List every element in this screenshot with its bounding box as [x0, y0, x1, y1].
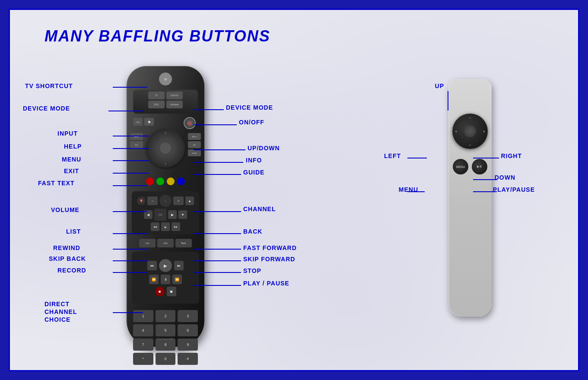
extra-3[interactable]: ▶▶: [172, 222, 180, 231]
wheel-center-btn[interactable]: [464, 125, 476, 137]
tv-button[interactable]: TV: [148, 92, 165, 99]
num-4[interactable]: 4: [133, 324, 153, 336]
label-list: LIST: [66, 228, 81, 235]
apple-menu-btn[interactable]: MENU: [453, 159, 468, 174]
apple-remote: ▲ ▼ ◀ ▶ MENU ▶⏸: [448, 79, 492, 317]
dvd-button[interactable]: DVD: [148, 101, 165, 108]
connector-play-pause: [194, 285, 241, 286]
connector-on-off: [194, 124, 237, 125]
num-6[interactable]: 6: [178, 324, 198, 336]
connector-skip-back: [113, 260, 147, 261]
green-button[interactable]: [156, 177, 164, 185]
play-btn[interactable]: ▶: [159, 259, 172, 272]
mute-button[interactable]: 🔇: [137, 196, 146, 205]
wheel-left-label: ◀: [455, 130, 457, 133]
skip-back-btn[interactable]: ⏪: [149, 275, 159, 284]
connector-rewind: [113, 249, 147, 250]
num-star[interactable]: *: [133, 353, 153, 365]
direct-line2: CHANNEL: [44, 308, 77, 315]
rewind-btn[interactable]: ⏮: [147, 261, 157, 270]
connector-input: [113, 136, 149, 136]
extra-1[interactable]: ◀◀: [151, 222, 159, 231]
num-8[interactable]: 8: [156, 339, 176, 351]
apple-remote-body: ▲ ▼ ◀ ▶ MENU ▶⏸: [448, 79, 492, 317]
num-3[interactable]: 3: [178, 310, 198, 322]
menu-btn-remote[interactable]: Menu: [188, 133, 201, 140]
num-hash[interactable]: #: [178, 353, 198, 365]
num-2[interactable]: 2: [156, 310, 176, 322]
extra-2[interactable]: ▶: [161, 222, 170, 231]
power-button[interactable]: ⏻: [184, 117, 196, 129]
wheel-right-label: ▶: [483, 130, 485, 133]
fast-forward-btn[interactable]: ⏭: [174, 261, 184, 270]
label-menu: MENU: [62, 156, 81, 163]
nav-center-btn[interactable]: [160, 142, 171, 154]
live-btn[interactable]: Live: [157, 239, 174, 247]
record-btn[interactable]: ⏺: [155, 287, 165, 296]
remote-brand-label: Harmony 300: [158, 338, 173, 340]
volume-row: 🔇 − ▪ + ▲: [137, 195, 194, 207]
blue-button[interactable]: [177, 177, 185, 185]
stop-btn[interactable]: ⏹: [167, 287, 176, 296]
remote-body: G TV DVR/TV DVD Activities ⏻ Inpu: [127, 66, 204, 347]
connector-exit: [113, 173, 149, 174]
ok-btn[interactable]: OK: [154, 209, 166, 221]
connector-down: [473, 179, 497, 180]
list-btn[interactable]: List: [139, 239, 156, 247]
ch-up[interactable]: ▲: [185, 196, 194, 205]
label-device-mode-left: DEVICE MODE: [23, 105, 70, 112]
info-btn[interactable]: Info: [188, 141, 201, 148]
label-back: BACK: [243, 228, 262, 235]
device-mode-panel: TV DVR/TV DVD Activities: [133, 90, 198, 114]
connector-stop: [194, 272, 241, 273]
connector-device-mode-r: [194, 109, 224, 110]
num-5[interactable]: 5: [156, 324, 176, 336]
label-help: HELP: [64, 143, 82, 150]
skip-forward-btn[interactable]: ⏩: [172, 275, 182, 284]
exit-btn[interactable]: Exit: [130, 141, 143, 148]
connector-channel: [194, 211, 241, 212]
dvr-button[interactable]: DVR/TV: [166, 92, 183, 99]
vol-right[interactable]: ▶: [168, 210, 177, 219]
num-7[interactable]: 7: [133, 339, 153, 351]
input-button[interactable]: Input: [133, 118, 143, 126]
yellow-button[interactable]: [167, 177, 175, 185]
connector-right: [473, 158, 499, 158]
connector-record: [113, 272, 147, 273]
nav-cluster: ▲ ▼: [146, 129, 185, 168]
label-rewind: REWIND: [53, 244, 80, 251]
connector-help: [113, 148, 149, 149]
num-9[interactable]: 9: [178, 339, 198, 351]
guide-btn[interactable]: Guide: [188, 149, 201, 156]
wheel-bottom-label: ▼: [469, 144, 471, 146]
label-tv-shortcut: TV SHORTCUT: [25, 82, 73, 89]
nav-down-label: ▼: [165, 162, 167, 165]
vol-up[interactable]: +: [173, 196, 184, 205]
connector-guide: [194, 174, 241, 175]
ch-down[interactable]: ▼: [178, 210, 187, 219]
pause-btn[interactable]: ⏸: [161, 275, 170, 284]
extra-button[interactable]: ⬜: [144, 118, 154, 126]
connector-left: [407, 158, 427, 158]
label-play-pause-apple: PLAY/PAUSE: [493, 186, 535, 193]
label-up-down: UP/DOWN: [248, 145, 280, 152]
direct-line3: CHOICE: [44, 316, 70, 323]
num-0[interactable]: 0: [156, 353, 176, 365]
label-record: RECORD: [57, 267, 86, 274]
label-left: LEFT: [384, 152, 401, 159]
vol-down[interactable]: −: [147, 196, 158, 205]
label-exit: EXIT: [64, 168, 79, 174]
menu-btn[interactable]: Menu: [130, 133, 143, 140]
click-wheel[interactable]: ▲ ▼ ◀ ▶: [452, 114, 488, 149]
connector-tv-shortcut: [113, 87, 147, 88]
extra-row: ◀◀ ▶ ▶▶: [151, 222, 180, 231]
info-guide-area: Menu Info Guide: [188, 133, 201, 156]
apple-play-btn[interactable]: ▶⏸: [472, 159, 487, 174]
activities-button[interactable]: Activities: [166, 101, 183, 108]
connector-up-down: [194, 149, 245, 150]
back-btn-remote[interactable]: Back: [175, 239, 192, 247]
main-container: MANY BAFFLING BUTTONS G TV DVR/TV DVD Ac…: [9, 9, 579, 371]
red-button[interactable]: [146, 177, 154, 185]
media-row-2: ⏪ ⏸ ⏩: [149, 275, 182, 284]
direct-line1: DIRECT: [44, 301, 70, 307]
